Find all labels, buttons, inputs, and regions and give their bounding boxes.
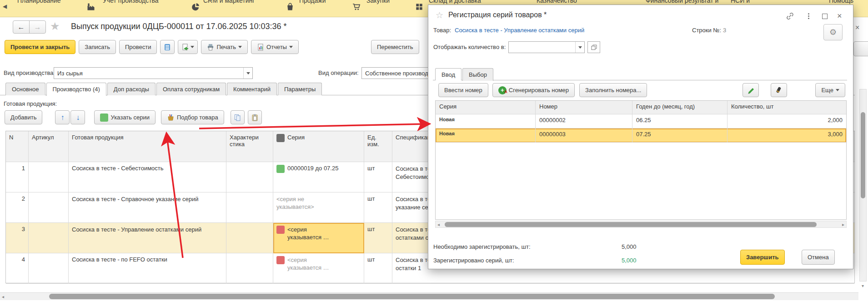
chevron-down-icon[interactable] bbox=[243, 68, 252, 79]
posting-register-button[interactable] bbox=[160, 40, 175, 54]
copy-rows-button[interactable] bbox=[231, 110, 245, 124]
unit-cell[interactable]: шт bbox=[364, 253, 392, 284]
menu-item-nsi[interactable]: НСИ и bbox=[731, 0, 750, 4]
series-row[interactable]: Новая 00000002 06.25 2,000 bbox=[436, 114, 846, 128]
scroll-right-icon[interactable]: ▸ bbox=[842, 222, 844, 227]
chevron-down-icon[interactable] bbox=[575, 42, 584, 53]
series-cell[interactable]: 00000019 до 07.25 bbox=[273, 162, 364, 192]
close-icon[interactable]: × bbox=[837, 11, 842, 21]
col-n[interactable]: N bbox=[6, 131, 29, 162]
article-cell[interactable] bbox=[29, 192, 69, 223]
tab-choice[interactable]: Выбор bbox=[462, 68, 493, 81]
scroll-down-icon[interactable]: ▾ bbox=[862, 283, 864, 288]
tab-comment[interactable]: Комментарий bbox=[227, 83, 277, 95]
characteristic-cell[interactable] bbox=[226, 192, 273, 223]
generate-number-button[interactable]: +A Сгенерировать номер bbox=[492, 83, 575, 97]
unit-cell[interactable]: шт bbox=[364, 223, 392, 253]
post-and-close-button[interactable]: Провести и закрыть bbox=[5, 40, 75, 54]
product-link[interactable]: Сосиска в тесте - Управление остатками с… bbox=[455, 27, 584, 34]
fill-numbers-button[interactable]: Заполнить номера... bbox=[579, 83, 647, 97]
more-menu-icon[interactable] bbox=[808, 13, 809, 15]
cancel-button[interactable]: Отмена bbox=[802, 250, 835, 265]
menu-item-finresult[interactable]: Финансовый результат и bbox=[646, 0, 718, 4]
menu-item-warehouse[interactable]: Склад и доставка bbox=[429, 0, 481, 4]
series-number[interactable]: 00000003 bbox=[536, 128, 632, 143]
menu-item-crm[interactable]: CRM и маркетинг bbox=[203, 0, 255, 4]
create-based-on-button[interactable] bbox=[178, 40, 198, 54]
col-number[interactable]: Номер bbox=[536, 101, 632, 114]
unit-cell[interactable]: шт bbox=[364, 192, 392, 223]
series-expiry[interactable]: 06.25 bbox=[632, 114, 728, 128]
article-cell[interactable] bbox=[29, 253, 69, 284]
scroll-left-icon[interactable]: ◂ bbox=[437, 222, 440, 227]
menu-item-help[interactable]: Помощь bbox=[829, 0, 853, 4]
dialog-horizontal-scrollbar[interactable]: ◂ ▸ bbox=[435, 221, 847, 228]
menu-item-treasury[interactable]: Казначейство bbox=[537, 0, 577, 4]
col-quantity[interactable]: Количество, шт bbox=[728, 101, 846, 114]
edit-button[interactable] bbox=[743, 83, 759, 97]
display-qty-select[interactable] bbox=[508, 41, 585, 53]
pick-goods-button[interactable]: Подбор товара bbox=[161, 110, 224, 124]
col-product[interactable]: Готовая продукция bbox=[69, 131, 226, 162]
production-type-select[interactable]: Из сырья bbox=[54, 67, 253, 79]
series-qty[interactable]: 2,000 bbox=[728, 114, 846, 128]
finish-button[interactable]: Завершить bbox=[740, 250, 785, 265]
move-row-up-button[interactable]: ↑ bbox=[55, 110, 70, 124]
series-number[interactable]: 00000002 bbox=[536, 114, 632, 128]
characteristic-cell[interactable] bbox=[226, 253, 273, 284]
col-article[interactable]: Артикул bbox=[29, 131, 69, 162]
horizontal-scroll-thumb[interactable] bbox=[445, 222, 817, 227]
tab-input[interactable]: Ввод bbox=[435, 68, 462, 80]
scroll-left-icon[interactable]: ◂ bbox=[2, 294, 4, 299]
forward-button[interactable]: → bbox=[29, 20, 46, 34]
scanner-button[interactable] bbox=[771, 83, 787, 97]
link-icon[interactable] bbox=[786, 12, 794, 20]
characteristic-cell[interactable] bbox=[226, 223, 273, 253]
menu-scroll-left-icon[interactable]: ◀ bbox=[3, 3, 7, 10]
col-characteristic[interactable]: Характери стика bbox=[226, 131, 273, 162]
product-cell[interactable]: Сосиска в тесте - Справочное указание се… bbox=[69, 192, 226, 223]
enter-number-button[interactable]: Ввести номер bbox=[438, 83, 488, 97]
favorite-star-icon[interactable]: ★ bbox=[50, 20, 60, 33]
tab-staff-payment[interactable]: Оплата сотрудникам bbox=[156, 83, 226, 95]
vertical-scroll-thumb[interactable] bbox=[861, 112, 865, 198]
menu-item-sales[interactable]: Продажи bbox=[299, 0, 326, 4]
back-button[interactable]: ← bbox=[13, 20, 30, 34]
maximize-icon[interactable] bbox=[822, 14, 828, 19]
series-cell[interactable]: <серия указывается … bbox=[273, 253, 364, 284]
series-cell-active[interactable]: <серия указывается … bbox=[273, 223, 364, 253]
col-series[interactable]: Серия bbox=[436, 101, 536, 114]
col-expiry[interactable]: Годен до (месяц, год) bbox=[632, 101, 728, 114]
settings-button[interactable]: ⚙ bbox=[823, 24, 843, 40]
menu-item-production-accounting[interactable]: Учет производства bbox=[103, 0, 159, 4]
post-button[interactable]: Провести bbox=[119, 40, 157, 54]
unit-cell[interactable]: шт bbox=[364, 162, 392, 192]
main-horizontal-scrollbar[interactable]: ◂ bbox=[0, 292, 858, 300]
paste-rows-button[interactable] bbox=[248, 110, 262, 124]
product-cell[interactable]: Сосиска в тесте - Себестоимость bbox=[69, 162, 226, 192]
menu-item-planning[interactable]: Планирование bbox=[17, 0, 61, 4]
series-qty[interactable]: 3,000 bbox=[728, 128, 846, 143]
toolbar-overflow-button[interactable] bbox=[853, 41, 868, 56]
horizontal-scroll-thumb[interactable] bbox=[49, 294, 775, 299]
tab-parameters[interactable]: Параметры bbox=[278, 83, 322, 95]
main-vertical-scrollbar[interactable] bbox=[859, 89, 867, 281]
series-row-selected[interactable]: Новая 00000003 07.25 3,000 bbox=[436, 128, 846, 143]
specify-series-button[interactable]: Указать серии bbox=[94, 110, 155, 124]
product-cell[interactable]: Сосиска в тесте - Управление остатками с… bbox=[69, 223, 226, 253]
move-row-down-button[interactable]: ↓ bbox=[70, 110, 85, 124]
series-cell[interactable]: <серия не указывается> bbox=[273, 192, 364, 223]
article-cell[interactable] bbox=[29, 223, 69, 253]
tab-main[interactable]: Основное bbox=[5, 83, 45, 95]
col-series[interactable]: Серия bbox=[273, 131, 364, 162]
article-cell[interactable] bbox=[29, 162, 69, 192]
add-row-button[interactable]: Добавить bbox=[5, 110, 42, 124]
series-expiry[interactable]: 07.25 bbox=[632, 128, 728, 143]
menu-item-purchases[interactable]: Закупки bbox=[366, 0, 390, 4]
save-button[interactable]: Записать bbox=[79, 40, 116, 54]
open-list-button[interactable] bbox=[587, 41, 600, 53]
dialog-favorite-star-icon[interactable]: ☆ bbox=[436, 10, 443, 20]
move-button[interactable]: Переместить bbox=[371, 40, 419, 54]
characteristic-cell[interactable] bbox=[226, 162, 273, 192]
product-cell[interactable]: Сосиска в тесте - по FEFO остатки bbox=[69, 253, 226, 284]
